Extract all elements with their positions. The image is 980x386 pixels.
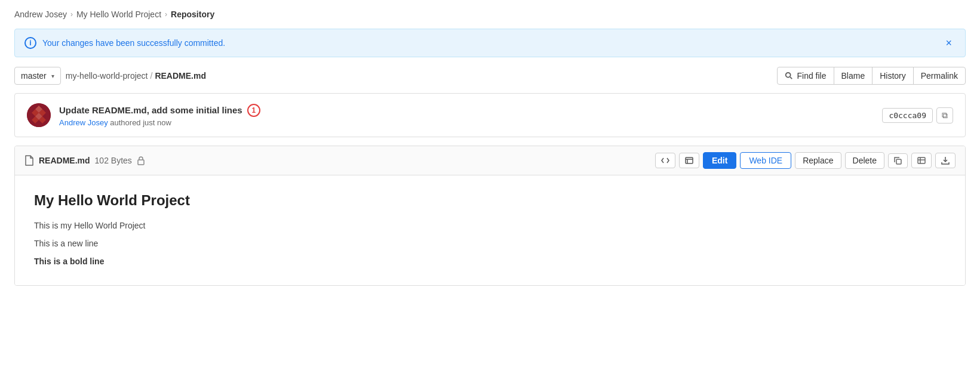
branch-name: master: [21, 71, 47, 81]
file-path: my-hello-world-project / README.md: [66, 71, 206, 81]
breadcrumb-sep-1: ›: [70, 10, 73, 18]
alert-banner: i Your changes have been successfully co…: [14, 29, 966, 57]
branch-selector[interactable]: master ▾: [14, 67, 61, 85]
copy-hash-button[interactable]: ⧉: [936, 107, 953, 123]
file-path-name: README.md: [155, 71, 206, 81]
commit-title-text: Update README.md, add some initial lines: [59, 105, 242, 115]
toolbar-left: master ▾ my-hello-world-project / README…: [14, 67, 206, 85]
commit-title: Update README.md, add some initial lines…: [59, 104, 260, 117]
breadcrumb-current: Repository: [171, 10, 214, 19]
breadcrumb-sep-2: ›: [165, 10, 167, 18]
file-header-right: Edit Web IDE Replace Delete: [655, 152, 956, 169]
file-content: My Hello World Project This is my Hello …: [15, 175, 965, 285]
search-icon: [785, 72, 793, 80]
copy-path-button[interactable]: [888, 153, 908, 168]
download-button[interactable]: [935, 153, 956, 168]
permalink-button[interactable]: Permalink: [913, 67, 966, 85]
raw-icon: [685, 156, 693, 165]
svg-rect-11: [138, 160, 144, 165]
alert-text: Your changes have been successfully comm…: [42, 38, 225, 48]
lock-icon: [137, 156, 145, 165]
breadcrumb: Andrew Josey › My Hello World Project › …: [14, 10, 966, 19]
readme-title: My Hello World Project: [34, 192, 946, 209]
find-file-button[interactable]: Find file: [777, 67, 834, 85]
download-icon: [941, 156, 950, 165]
info-icon: i: [24, 37, 36, 49]
file-toolbar: master ▾ my-hello-world-project / README…: [14, 67, 966, 85]
commit-right: c0ccca09 ⧉: [882, 107, 953, 123]
readme-line2: This is a new line: [34, 239, 946, 248]
svg-rect-12: [686, 158, 693, 163]
commit-meta: Andrew Josey authored just now: [59, 118, 260, 127]
file-header-left: README.md 102 Bytes: [24, 155, 145, 166]
file-header: README.md 102 Bytes: [15, 146, 965, 175]
svg-rect-15: [896, 159, 901, 164]
breadcrumb-project[interactable]: My Hello World Project: [76, 10, 161, 19]
commit-box: Update README.md, add some initial lines…: [14, 93, 966, 137]
commit-info: Update README.md, add some initial lines…: [59, 104, 260, 127]
svg-rect-16: [918, 158, 925, 163]
raw-view-button[interactable]: [679, 153, 699, 168]
blame-icon: [917, 156, 926, 165]
commit-hash: c0ccca09: [882, 108, 933, 123]
commit-meta-text: authored just now: [110, 118, 171, 127]
alert-banner-left: i Your changes have been successfully co…: [24, 37, 225, 49]
breadcrumb-user[interactable]: Andrew Josey: [14, 10, 67, 19]
blame-icon-button[interactable]: [911, 153, 932, 168]
svg-line-1: [791, 77, 792, 79]
readme-line1: This is my Hello World Project: [34, 221, 946, 230]
commit-left: Update README.md, add some initial lines…: [27, 103, 260, 127]
avatar-image: [27, 103, 51, 127]
code-icon: [661, 156, 669, 165]
svg-point-0: [786, 73, 791, 78]
replace-button[interactable]: Replace: [795, 152, 841, 169]
file-path-sep: /: [150, 71, 153, 81]
blame-button[interactable]: Blame: [834, 67, 873, 85]
alert-close-button[interactable]: ×: [942, 36, 956, 50]
toolbar-right: Find file Blame History Permalink: [777, 67, 966, 85]
file-icon: [24, 155, 34, 166]
commit-badge: 1: [247, 104, 260, 117]
find-file-label: Find file: [797, 71, 826, 81]
delete-button[interactable]: Delete: [845, 152, 884, 169]
file-box: README.md 102 Bytes: [14, 146, 966, 286]
file-path-prefix: my-hello-world-project: [66, 71, 148, 81]
chevron-down-icon: ▾: [51, 73, 54, 79]
web-ide-button[interactable]: Web IDE: [740, 152, 791, 169]
code-view-button[interactable]: [655, 153, 675, 168]
history-button[interactable]: History: [872, 67, 914, 85]
file-name: README.md: [39, 156, 90, 165]
file-size: 102 Bytes: [95, 156, 132, 165]
readme-line3: This is a bold line: [34, 257, 946, 266]
commit-author[interactable]: Andrew Josey: [59, 118, 108, 127]
copy-icon: [894, 157, 902, 165]
avatar: [27, 103, 51, 127]
edit-button[interactable]: Edit: [703, 152, 736, 169]
